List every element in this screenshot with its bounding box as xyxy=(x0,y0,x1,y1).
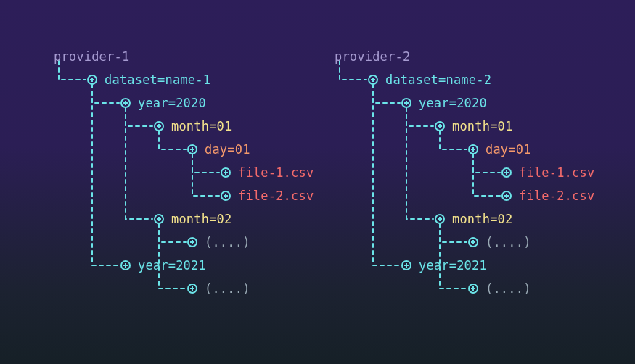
expand-icon xyxy=(187,284,197,294)
node-label: day=01 xyxy=(486,138,531,161)
tree-node: year=2021 xyxy=(335,254,594,277)
node-label: (....) xyxy=(486,277,531,300)
node-label: year=2020 xyxy=(138,91,206,115)
node-label: file-2.csv xyxy=(238,184,314,207)
tree-provider-1: provider-1 dataset=name-1 year=2020 mont… xyxy=(54,45,314,300)
node-label: year=2021 xyxy=(419,254,487,277)
node-label: file-1.csv xyxy=(519,161,594,184)
node-label: month=02 xyxy=(452,207,512,231)
node-label: day=01 xyxy=(205,138,250,161)
tree-node: file-1.csv xyxy=(54,161,314,184)
node-label: dataset=name-1 xyxy=(105,68,210,91)
expand-icon xyxy=(221,191,231,201)
tree-node: day=01 xyxy=(54,138,314,161)
tree-node: (....) xyxy=(335,277,594,300)
expand-icon xyxy=(468,237,478,247)
expand-icon xyxy=(468,284,478,294)
expand-icon xyxy=(368,75,378,85)
expand-icon xyxy=(401,98,411,108)
tree-root: provider-2 xyxy=(335,45,594,68)
tree-node: dataset=name-1 xyxy=(54,68,314,91)
node-label: provider-1 xyxy=(54,45,129,68)
tree-node: (....) xyxy=(54,231,314,254)
node-label: year=2021 xyxy=(138,254,206,277)
expand-icon xyxy=(435,121,445,131)
node-label: file-2.csv xyxy=(519,184,594,207)
expand-icon xyxy=(468,144,478,154)
node-label: month=01 xyxy=(171,115,232,138)
node-label: year=2020 xyxy=(419,91,487,115)
expand-icon xyxy=(401,260,411,270)
tree-node: (....) xyxy=(335,231,594,254)
tree-node: file-2.csv xyxy=(335,184,594,207)
tree-node: year=2020 xyxy=(54,91,314,115)
tree-node: file-1.csv xyxy=(335,161,594,184)
expand-icon xyxy=(120,260,131,270)
expand-icon xyxy=(501,191,512,201)
expand-icon xyxy=(221,167,231,178)
tree-node: day=01 xyxy=(335,138,594,161)
tree-node: month=02 xyxy=(335,207,594,231)
expand-icon xyxy=(154,214,164,224)
node-label: (....) xyxy=(205,231,250,254)
expand-icon xyxy=(120,98,131,108)
tree-root: provider-1 xyxy=(54,45,314,68)
expand-icon xyxy=(87,75,97,85)
node-label: (....) xyxy=(486,231,531,254)
tree-node: month=02 xyxy=(54,207,314,231)
node-label: month=01 xyxy=(452,115,512,138)
node-label: (....) xyxy=(205,277,250,300)
tree-node: file-2.csv xyxy=(54,184,314,207)
tree-node: (....) xyxy=(54,277,314,300)
node-label: dataset=name-2 xyxy=(385,68,491,91)
expand-icon xyxy=(187,144,197,154)
node-label: month=02 xyxy=(171,207,232,231)
expand-icon xyxy=(501,167,512,178)
tree-node: month=01 xyxy=(54,115,314,138)
tree-provider-2: provider-2 dataset=name-2 year=2020 mont… xyxy=(335,45,594,300)
tree-node: dataset=name-2 xyxy=(335,68,594,91)
node-label: file-1.csv xyxy=(238,161,314,184)
tree-node: year=2021 xyxy=(54,254,314,277)
tree-node: month=01 xyxy=(335,115,594,138)
expand-icon xyxy=(154,121,164,131)
expand-icon xyxy=(435,214,445,224)
node-label: provider-2 xyxy=(335,45,410,68)
expand-icon xyxy=(187,237,197,247)
tree-node: year=2020 xyxy=(335,91,594,115)
